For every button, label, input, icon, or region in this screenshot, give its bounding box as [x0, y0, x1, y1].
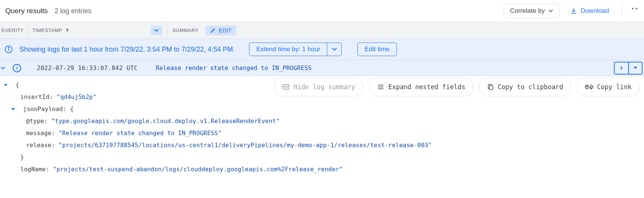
json-line: @type: "type.googleapis.com/google.cloud…: [2, 115, 644, 127]
sort-asc-icon: [65, 28, 70, 33]
extend-time-group: Extend time by: 1 hour: [249, 43, 342, 56]
edit-summary-button[interactable]: EDIT: [205, 26, 236, 35]
time-range-banner: Showing logs for last 1 hour from 7/29/2…: [0, 39, 644, 60]
json-line: }: [2, 151, 644, 163]
fullscreen-icon[interactable]: [631, 7, 639, 15]
severity-column-header[interactable]: EVERITY: [0, 22, 28, 38]
timestamp-dropdown[interactable]: [151, 26, 162, 35]
chevron-down-icon: [332, 47, 337, 51]
panel-icon: [282, 84, 290, 90]
svg-point-2: [8, 47, 9, 48]
extend-time-dropdown[interactable]: [327, 43, 341, 56]
correlate-label: Correlate by: [510, 7, 545, 15]
collapse-toggle[interactable]: [3, 84, 8, 87]
list-icon: [377, 84, 384, 90]
log-summary: Release render state changed to IN_PROGR…: [156, 64, 311, 72]
copy-icon: [487, 83, 494, 91]
pencil-icon: [210, 27, 216, 34]
pin-button[interactable]: [615, 62, 628, 74]
info-icon: [5, 45, 13, 53]
timestamp-column-header[interactable]: TIMESTAMP: [28, 22, 167, 38]
json-line: logName: "projects/test-suspend-abandon/…: [2, 163, 644, 175]
json-line: release: "projects/637197788545/location…: [2, 139, 644, 151]
pin-dropdown[interactable]: [628, 62, 642, 74]
copy-clipboard-button[interactable]: Copy to clipboard: [479, 78, 571, 96]
svg-rect-9: [489, 85, 493, 90]
download-button[interactable]: Download: [566, 5, 613, 17]
expand-nested-button[interactable]: Expand nested fields: [369, 78, 473, 96]
log-detail: Hide log summary Expand nested fields Co…: [0, 76, 644, 177]
severity-info-icon: i: [13, 64, 21, 72]
edit-time-button[interactable]: Edit time: [357, 43, 396, 56]
collapse-toggle[interactable]: [11, 108, 16, 111]
expand-toggle[interactable]: [1, 67, 6, 70]
svg-rect-3: [283, 85, 289, 90]
divider: [622, 5, 622, 17]
chevron-down-icon: [1, 67, 5, 70]
json-line: message: "Release render state changed t…: [2, 127, 644, 139]
extend-time-button[interactable]: Extend time by: 1 hour: [249, 43, 327, 56]
link-icon: [585, 84, 593, 90]
log-timestamp: 2022-07-29 16:33:07.842 UTC: [37, 64, 138, 72]
caret-down-icon: [633, 67, 637, 69]
log-entry-row[interactable]: i 2022-07-29 16:33:07.842 UTC Release re…: [0, 60, 644, 76]
pin-icon: [619, 65, 624, 71]
page-title: Query results: [5, 7, 48, 15]
summary-column-header: SUMMARY EDIT: [167, 26, 242, 35]
caret-down-icon: [548, 9, 553, 12]
download-icon: [570, 7, 577, 15]
caret-down-icon: [154, 29, 159, 32]
download-label: Download: [580, 7, 609, 15]
hide-summary-button: Hide log summary: [274, 78, 363, 96]
correlate-by-button[interactable]: Correlate by: [504, 4, 560, 18]
detail-actions: Hide log summary Expand nested fields Co…: [274, 78, 639, 96]
banner-message: Showing logs for last 1 hour from 7/29/2…: [20, 46, 235, 53]
pin-group: [614, 62, 642, 75]
results-header: Query results 2 log entries Correlate by…: [0, 0, 644, 22]
entry-count: 2 log entries: [55, 7, 91, 15]
copy-link-button[interactable]: Copy link: [577, 78, 639, 96]
json-line: jsonPayload: {: [2, 103, 644, 115]
column-headers: EVERITY TIMESTAMP SUMMARY EDIT: [0, 22, 644, 39]
